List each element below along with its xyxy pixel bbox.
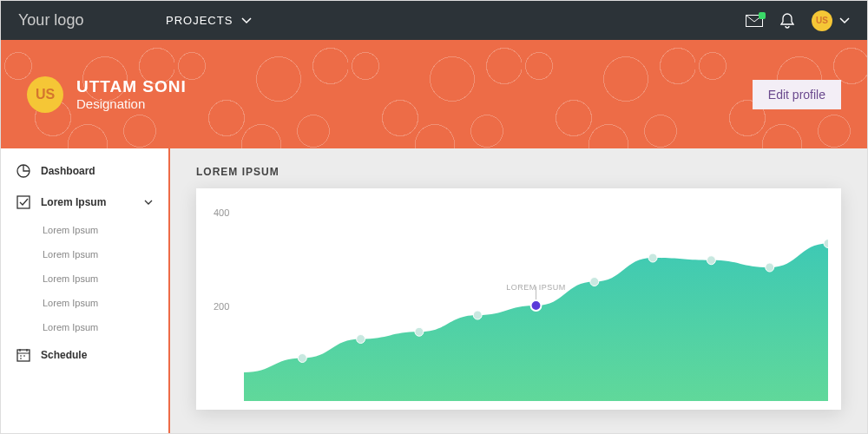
bell-icon: [780, 13, 794, 29]
tooltip-label: LOREM IPSUM: [506, 283, 566, 292]
topbar: Your logo PROJECTS US: [1, 1, 867, 40]
user-menu[interactable]: US: [812, 10, 850, 31]
projects-dropdown[interactable]: PROJECTS: [166, 14, 252, 27]
user-info: UTTAM SONI Designation: [76, 77, 187, 111]
chevron-down-icon: [839, 17, 850, 24]
sidebar-item-label: Dashboard: [41, 165, 95, 177]
chevron-down-icon: [144, 200, 153, 205]
chevron-down-icon: [241, 17, 252, 24]
mail-button[interactable]: [746, 15, 763, 27]
sidebar-item-lorem[interactable]: Lorem Ipsum: [1, 187, 168, 218]
bell-button[interactable]: [780, 13, 794, 29]
chart-point[interactable]: [766, 263, 774, 272]
dashboard-icon: [16, 164, 30, 178]
edit-profile-button[interactable]: Edit profile: [753, 80, 841, 109]
y-tick-400: 400: [214, 207, 229, 218]
sidebar-item-schedule[interactable]: Schedule: [1, 339, 168, 371]
calendar-icon: [16, 348, 30, 362]
mail-badge: [759, 12, 766, 19]
avatar-large: US: [27, 76, 63, 113]
chart-point[interactable]: [415, 327, 424, 336]
sidebar-sub-item[interactable]: Lorem Ipsum: [1, 242, 168, 266]
chart-area: LOREM IPSUM: [244, 210, 828, 401]
content: LOREM IPSUM 400 200 LOREM IPSUM: [170, 148, 867, 434]
sidebar-sub-item[interactable]: Lorem Ipsum: [1, 291, 168, 315]
chart-point[interactable]: [357, 335, 365, 344]
chart-card: 400 200 LOREM IPSUM: [196, 188, 841, 410]
chart-title: LOREM IPSUM: [196, 166, 841, 178]
sidebar-item-dashboard[interactable]: Dashboard: [1, 155, 168, 187]
projects-label: PROJECTS: [166, 14, 233, 27]
chart-tooltip: LOREM IPSUM: [506, 283, 566, 292]
area-chart: [244, 210, 828, 401]
chart-point[interactable]: [473, 311, 482, 319]
chart-point[interactable]: [531, 300, 542, 311]
avatar-small: US: [812, 10, 832, 31]
checkbox-icon: [16, 195, 30, 209]
profile-banner: US UTTAM SONI Designation Edit profile: [1, 40, 867, 148]
user-name: UTTAM SONI: [76, 77, 187, 96]
sidebar-sub-item[interactable]: Lorem Ipsum: [1, 315, 168, 339]
sidebar-sub-item[interactable]: Lorem Ipsum: [1, 266, 168, 291]
chart-point[interactable]: [648, 253, 657, 262]
svg-rect-2: [17, 196, 30, 208]
chart-point[interactable]: [707, 256, 715, 265]
chart-point[interactable]: [590, 278, 599, 286]
sidebar: Dashboard Lorem Ipsum Lorem Ipsum Lorem …: [1, 148, 170, 434]
sidebar-item-label: Lorem Ipsum: [41, 196, 106, 208]
chart-point[interactable]: [298, 354, 306, 363]
sidebar-sub-item[interactable]: Lorem Ipsum: [1, 218, 168, 242]
topbar-actions: US: [746, 10, 850, 31]
user-designation: Designation: [76, 96, 187, 111]
sidebar-item-label: Schedule: [41, 349, 87, 361]
logo: Your logo: [18, 11, 166, 30]
main: Dashboard Lorem Ipsum Lorem Ipsum Lorem …: [1, 148, 867, 434]
y-tick-200: 200: [214, 301, 229, 312]
